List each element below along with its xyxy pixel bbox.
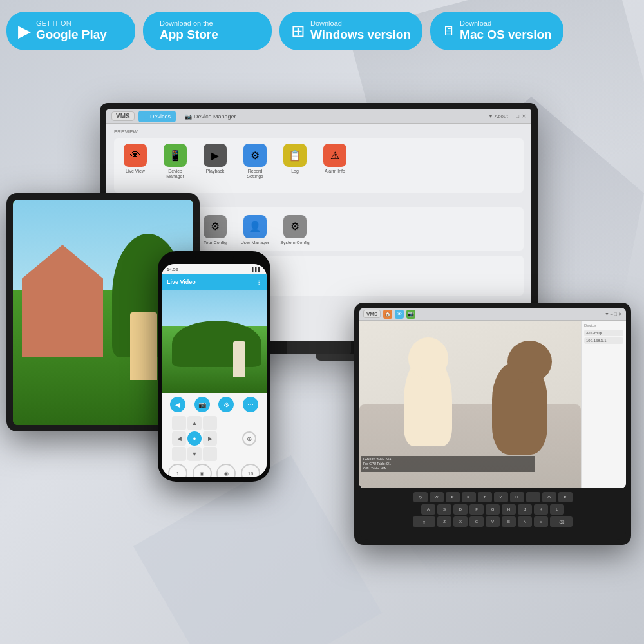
phone-preset2-btn[interactable]: ◉ (193, 464, 212, 477)
record-settings-icon-item[interactable]: ⚙ Record Settings (240, 144, 270, 180)
tablet-close[interactable]: ✕ (618, 312, 622, 317)
key-d[interactable]: D (453, 504, 468, 515)
phone-notch (195, 256, 234, 261)
phone-preset3-btn[interactable]: ◉ (216, 464, 236, 477)
dpad-up[interactable]: ▲ (187, 416, 202, 430)
device-manager-icon: 📱 (164, 144, 187, 167)
vms-tab-device-manager[interactable]: 📷 Device Manager (180, 112, 242, 121)
windows-small: Download (310, 19, 411, 28)
device-manager-icon-item[interactable]: 📱 Device Manager (160, 144, 190, 180)
tablet-vms-titlebar: VMS 🏠 👁 📷 ▼ – □ ✕ (359, 308, 626, 321)
user-manager-label: User Manager (241, 240, 269, 245)
home-icon: ⌂ (144, 112, 148, 121)
key-y[interactable]: Y (494, 492, 508, 502)
preview-section-title: PREVIEW (114, 129, 524, 135)
phone-video-person (233, 341, 246, 377)
phone-more-btn[interactable]: ⋯ (243, 397, 258, 412)
app-store-button[interactable]: Download on the App Store (143, 12, 272, 50)
key-i[interactable]: I (526, 492, 540, 502)
key-l[interactable]: L (550, 504, 564, 515)
keyboard-row-3: ⇧ Z X C V B N M ⌫ (365, 516, 621, 527)
live-view-label: Live View (126, 169, 145, 174)
phone-audio-btn[interactable]: ◀ (170, 397, 185, 412)
key-g[interactable]: G (486, 504, 500, 515)
key-shift[interactable]: ⇧ (413, 516, 435, 527)
dpad-empty-tr (203, 416, 217, 430)
app-store-big: App Store (160, 28, 218, 43)
phone-frame: 14:52 ▌▌▌ Live Video ⋮ ◀ 📷 (158, 251, 270, 482)
teddy-head (507, 341, 552, 383)
tablet-vms-icon1[interactable]: 🏠 (383, 310, 392, 319)
vms-tab-devices-label: Devices (150, 113, 171, 120)
monitor-stand (287, 341, 351, 354)
windows-download-button[interactable]: ⊞ Download Windows version (279, 12, 422, 50)
key-a[interactable]: A (421, 504, 435, 515)
key-n[interactable]: N (518, 516, 532, 527)
key-b[interactable]: B (502, 516, 516, 527)
tablet-vms-icon2[interactable]: 👁 (395, 310, 404, 319)
phone-preset4-btn[interactable]: 16 (241, 464, 260, 477)
windows-icon: ⊞ (291, 21, 305, 41)
phone-zoom-btn[interactable]: ⊕ (242, 431, 256, 446)
dpad-left[interactable]: ◀ (172, 431, 186, 446)
download-buttons-row: ▶ GET IT ON Google Play Download on the … (6, 12, 638, 50)
playback-icon-item[interactable]: ▶ Playback (200, 144, 230, 180)
keyboard: Q W E R T Y U I O P A S D F G H (359, 488, 626, 540)
macos-text: Download Mac OS version (460, 19, 552, 43)
system-config-icon: ⚙ (283, 215, 307, 238)
tablet-vms-icon3[interactable]: 📷 (406, 310, 415, 319)
user-manager-icon-item[interactable]: 👤 User Manager (240, 215, 270, 245)
key-e[interactable]: E (446, 492, 460, 502)
tour-config-icon-item[interactable]: ⚙ Tour Config (200, 215, 230, 245)
key-backspace[interactable]: ⌫ (550, 516, 573, 527)
key-h[interactable]: H (502, 504, 516, 515)
phone-preset1-btn[interactable]: 1 (168, 464, 187, 477)
log-icon-item[interactable]: 📋 Log (280, 144, 310, 180)
vms-tab-devices[interactable]: ⌂ Devices (138, 111, 176, 122)
sidebar-item-ip[interactable]: 192.168.1.1 (584, 337, 623, 344)
key-m[interactable]: M (534, 516, 548, 527)
phone-video-area (162, 290, 267, 393)
key-r[interactable]: R (462, 492, 476, 502)
dpad-down[interactable]: ▼ (187, 447, 202, 461)
system-config-icon-item[interactable]: ⚙ System Config (280, 215, 310, 245)
dpad-empty-br (203, 447, 217, 461)
key-o[interactable]: O (542, 492, 556, 502)
key-z[interactable]: Z (437, 516, 451, 527)
baby-head (408, 337, 448, 379)
minimize-icon[interactable]: – (511, 113, 513, 119)
windows-big: Windows version (310, 28, 411, 43)
close-icon[interactable]: ✕ (522, 113, 526, 119)
tablet-maximize[interactable]: □ (614, 312, 617, 316)
app-store-small: Download on the (160, 19, 218, 28)
key-s[interactable]: S (437, 504, 451, 515)
tablet-minimize[interactable]: – (611, 312, 613, 316)
key-c[interactable]: C (469, 516, 484, 527)
google-play-icon: ▶ (18, 21, 31, 41)
phone-dpad: ▲ ◀ ● ▶ ▼ (172, 416, 217, 461)
live-view-icon-item[interactable]: 👁 Live View (120, 144, 150, 180)
phone-header-options[interactable]: ⋮ (256, 279, 261, 285)
key-q[interactable]: Q (413, 492, 428, 502)
google-play-button[interactable]: ▶ GET IT ON Google Play (6, 12, 135, 50)
dpad-center[interactable]: ● (187, 431, 202, 446)
maximize-icon[interactable]: □ (516, 113, 519, 119)
macos-download-button[interactable]: 🖥 Download Mac OS version (430, 12, 564, 50)
key-j[interactable]: J (518, 504, 532, 515)
filter-icon: ▼ About (488, 113, 508, 119)
dpad-right[interactable]: ▶ (203, 431, 217, 446)
phone-settings-btn[interactable]: ⚙ (218, 397, 234, 412)
key-t[interactable]: T (478, 492, 492, 502)
key-f[interactable]: F (469, 504, 484, 515)
key-k[interactable]: K (534, 504, 548, 515)
key-u[interactable]: U (510, 492, 524, 502)
key-w[interactable]: W (430, 492, 444, 502)
alarm-info-icon-item[interactable]: ⚠ Alarm Info (320, 144, 350, 180)
sidebar-item-all-group[interactable]: All Group (584, 330, 623, 336)
phone-camera-btn[interactable]: 📷 (194, 397, 210, 412)
macos-small: Download (460, 19, 552, 28)
preview-icons-row: 👁 Live View 📱 Device Manager ▶ Playback (120, 144, 517, 180)
key-x[interactable]: X (453, 516, 468, 527)
key-v[interactable]: V (486, 516, 500, 527)
key-p[interactable]: P (558, 492, 573, 502)
